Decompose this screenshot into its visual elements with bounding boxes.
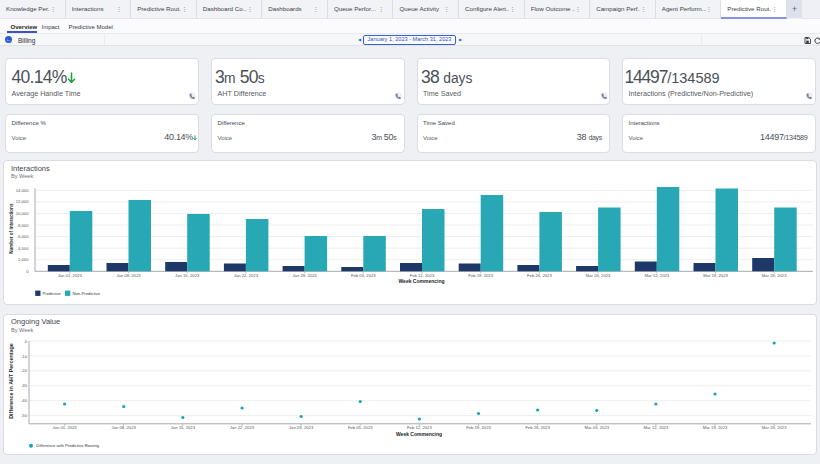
svg-text:Mar 19, 2023: Mar 19, 2023 bbox=[703, 273, 728, 278]
svg-text:Jan 08, 2023: Jan 08, 2023 bbox=[116, 273, 141, 278]
svg-text:Jan 29, 2023: Jan 29, 2023 bbox=[292, 273, 317, 278]
svg-text:Feb 26, 2023: Feb 26, 2023 bbox=[525, 425, 550, 430]
svg-text:Jan 22, 2023: Jan 22, 2023 bbox=[234, 273, 259, 278]
svg-text:8,000: 8,000 bbox=[18, 223, 29, 228]
svg-text:-10: -10 bbox=[21, 354, 28, 359]
svg-text:Mar 19, 2023: Mar 19, 2023 bbox=[703, 425, 728, 430]
svg-text:Mar 12, 2023: Mar 12, 2023 bbox=[644, 425, 669, 430]
svg-text:0: 0 bbox=[25, 339, 28, 344]
svg-text:Feb 05, 2023: Feb 05, 2023 bbox=[351, 273, 376, 278]
svg-text:10,000: 10,000 bbox=[16, 211, 29, 216]
svg-text:Feb 12, 2023: Feb 12, 2023 bbox=[407, 425, 432, 430]
svg-text:Mar 12, 2023: Mar 12, 2023 bbox=[644, 273, 669, 278]
svg-text:Jan 15, 2023: Jan 15, 2023 bbox=[171, 425, 196, 430]
svg-text:Jan 22, 2023: Jan 22, 2023 bbox=[230, 425, 255, 430]
svg-text:Mar 05, 2023: Mar 05, 2023 bbox=[586, 273, 611, 278]
svg-text:12,000: 12,000 bbox=[16, 199, 29, 204]
svg-text:-30: -30 bbox=[21, 383, 28, 388]
svg-text:Predictive: Predictive bbox=[43, 291, 62, 296]
svg-text:2,000: 2,000 bbox=[18, 257, 29, 262]
svg-text:0: 0 bbox=[26, 269, 29, 274]
svg-text:-20: -20 bbox=[21, 368, 28, 373]
svg-text:Jan 08, 2023: Jan 08, 2023 bbox=[112, 425, 137, 430]
svg-text:Mar 05, 2023: Mar 05, 2023 bbox=[584, 425, 609, 430]
svg-text:Non-Predictive: Non-Predictive bbox=[73, 291, 101, 296]
svg-text:Feb 26, 2023: Feb 26, 2023 bbox=[527, 273, 552, 278]
svg-text:4,000: 4,000 bbox=[18, 246, 29, 251]
svg-text:Number of Interactions: Number of Interactions bbox=[9, 203, 14, 254]
svg-text:Mar 26, 2023: Mar 26, 2023 bbox=[762, 273, 787, 278]
svg-text:Jan 29, 2023: Jan 29, 2023 bbox=[289, 425, 314, 430]
svg-text:6,000: 6,000 bbox=[18, 234, 29, 239]
svg-text:Jan 01, 2023: Jan 01, 2023 bbox=[52, 425, 77, 430]
svg-text:Feb 05, 2023: Feb 05, 2023 bbox=[348, 425, 373, 430]
svg-text:Mar 26, 2023: Mar 26, 2023 bbox=[762, 425, 787, 430]
svg-text:14,000: 14,000 bbox=[16, 188, 29, 193]
svg-text:Week Commencing: Week Commencing bbox=[398, 278, 444, 284]
svg-text:-40: -40 bbox=[21, 398, 28, 403]
svg-text:Feb 19, 2023: Feb 19, 2023 bbox=[466, 425, 491, 430]
svg-text:Jan 01, 2023: Jan 01, 2023 bbox=[58, 273, 83, 278]
svg-text:Jan 15, 2023: Jan 15, 2023 bbox=[175, 273, 200, 278]
svg-text:Difference with Predictive Rou: Difference with Predictive Routing bbox=[36, 443, 99, 448]
svg-text:Week Commencing: Week Commencing bbox=[396, 431, 442, 437]
svg-text:Feb 19, 2023: Feb 19, 2023 bbox=[468, 273, 493, 278]
svg-text:Difference in AHT Percentage: Difference in AHT Percentage bbox=[8, 343, 14, 419]
svg-text:-50: -50 bbox=[21, 413, 28, 418]
